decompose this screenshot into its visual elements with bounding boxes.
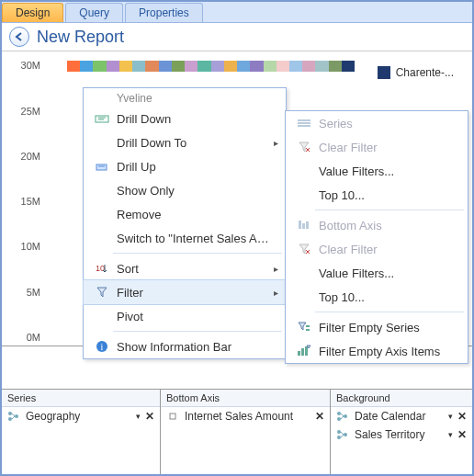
bar-strip <box>67 61 355 72</box>
tab-query[interactable]: Query <box>65 3 123 22</box>
field-dropdown-icon[interactable]: ▾ <box>132 412 143 421</box>
filter-axis-icon <box>293 346 315 357</box>
field-row[interactable]: Date Calendar ▾ ✕ <box>331 407 472 425</box>
submenu-bottom-axis-header: Bottom Axis <box>286 213 468 237</box>
y-axis: 30M 25M 20M 15M 10M 5M 0M <box>2 57 44 340</box>
legend-swatch <box>378 66 390 79</box>
menu-remove[interactable]: Remove <box>84 202 286 226</box>
menu-drill-down[interactable]: Drill Down <box>84 107 286 130</box>
page-title: New Report <box>37 28 124 47</box>
svg-text:i: i <box>101 342 104 352</box>
filter-icon <box>91 287 113 298</box>
svg-point-16 <box>8 412 12 415</box>
submenu-arrow-icon: ▸ <box>274 264 278 274</box>
field-row[interactable]: Geography ▾ ✕ <box>2 407 160 425</box>
menu-filter[interactable]: Filter ▸ <box>84 280 286 304</box>
y-tick: 30M <box>21 60 40 71</box>
panel-background: Background Date Calendar ▾ ✕ Sales Terri… <box>331 390 472 474</box>
field-remove-icon[interactable]: ✕ <box>456 410 468 423</box>
series-icon <box>293 119 315 128</box>
field-row[interactable]: Sales Territory ▾ ✕ <box>331 425 472 444</box>
field-dropdown-icon[interactable]: ▾ <box>445 412 456 421</box>
field-label: Internet Sales Amount <box>181 410 313 423</box>
menu-label: Sort <box>117 262 268 276</box>
measure-icon <box>164 412 181 421</box>
submenu-value-filters-bottom[interactable]: Value Filters... <box>286 261 468 285</box>
drill-up-icon <box>91 162 113 171</box>
menu-switch-to[interactable]: Switch to "Internet Sales Am..." <box>84 226 286 250</box>
submenu-filter-empty-axis[interactable]: Filter Empty Axis Items <box>286 339 468 363</box>
legend-label: Charente-... <box>396 66 454 79</box>
menu-separator <box>315 210 464 210</box>
submenu-value-filters-series[interactable]: Value Filters... <box>286 159 468 183</box>
clear-filter-icon <box>293 244 315 255</box>
y-tick: 0M <box>27 332 40 343</box>
menu-separator <box>113 253 282 254</box>
menu-label: Filter <box>117 286 268 300</box>
filter-submenu: Series Clear Filter Value Filters... Top… <box>285 110 468 364</box>
svg-point-18 <box>15 414 18 418</box>
menu-label: Top 10... <box>319 290 460 304</box>
y-tick: 20M <box>21 151 40 162</box>
menu-sort[interactable]: 10 Sort ▸ <box>84 256 286 280</box>
panel-bottom-axis: Bottom Axis Internet Sales Amount ✕ <box>161 390 331 474</box>
submenu-top10-bottom[interactable]: Top 10... <box>286 285 468 309</box>
field-remove-icon[interactable]: ✕ <box>143 410 156 423</box>
back-button[interactable] <box>9 27 29 47</box>
svg-rect-13 <box>298 351 300 356</box>
menu-separator <box>113 331 282 332</box>
svg-rect-1 <box>96 164 107 170</box>
menu-label: Drill Down <box>117 112 278 126</box>
svg-rect-14 <box>301 348 304 356</box>
submenu-filter-empty-series[interactable]: Filter Empty Series <box>286 315 468 339</box>
menu-header: Yveline <box>84 88 286 107</box>
menu-label: Switch to "Internet Sales Am..." <box>117 232 278 245</box>
svg-point-21 <box>337 417 341 421</box>
tab-design[interactable]: Design <box>2 3 63 22</box>
submenu-arrow-icon: ▸ <box>274 138 278 148</box>
hierarchy-icon <box>6 411 22 422</box>
sort-icon: 10 <box>91 263 113 274</box>
menu-drill-up[interactable]: Drill Up <box>84 154 286 178</box>
field-remove-icon[interactable]: ✕ <box>313 410 326 423</box>
svg-point-22 <box>344 414 347 418</box>
svg-rect-11 <box>306 325 310 327</box>
menu-label: Clear Filter <box>319 141 460 154</box>
svg-rect-5 <box>298 119 310 121</box>
menu-label: Filter Empty Axis Items <box>319 345 460 358</box>
submenu-series-header: Series <box>286 111 468 135</box>
panel-header: Bottom Axis <box>161 390 330 407</box>
hierarchy-icon <box>334 411 351 422</box>
submenu-top10-series[interactable]: Top 10... <box>286 183 468 207</box>
menu-label: Drill Up <box>117 160 278 174</box>
submenu-clear-filter-bottom[interactable]: Clear Filter <box>286 237 468 261</box>
submenu-arrow-icon: ▸ <box>274 288 278 298</box>
svg-rect-19 <box>170 414 175 419</box>
menu-label: Value Filters... <box>319 266 460 280</box>
panel-header: Series <box>2 390 160 407</box>
svg-point-23 <box>337 430 341 434</box>
menu-label: Show Information Bar <box>117 340 278 354</box>
menu-separator <box>315 312 464 312</box>
tab-bar: Design Query Properties <box>2 2 472 23</box>
menu-show-only[interactable]: Show Only <box>84 178 286 202</box>
field-remove-icon[interactable]: ✕ <box>456 428 468 441</box>
context-menu: Yveline Drill Down Drill Down To ▸ Drill… <box>83 87 287 359</box>
drill-down-icon <box>91 114 113 123</box>
panel-series: Series Geography ▾ ✕ <box>2 390 161 474</box>
menu-pivot[interactable]: Pivot <box>84 304 286 328</box>
svg-rect-6 <box>298 122 310 124</box>
svg-point-25 <box>344 433 347 436</box>
menu-label: Drill Down To <box>117 136 268 150</box>
field-dropdown-icon[interactable]: ▾ <box>445 430 456 439</box>
submenu-clear-filter-series[interactable]: Clear Filter <box>286 135 468 159</box>
svg-rect-12 <box>306 329 310 331</box>
field-row[interactable]: Internet Sales Amount ✕ <box>161 407 330 425</box>
menu-show-info-bar[interactable]: i Show Information Bar <box>84 334 286 358</box>
menu-drill-down-to[interactable]: Drill Down To ▸ <box>84 130 286 154</box>
menu-label: Series <box>319 117 460 130</box>
tab-properties[interactable]: Properties <box>125 3 203 22</box>
menu-label: Remove <box>117 208 278 221</box>
svg-rect-15 <box>305 346 308 356</box>
info-icon: i <box>91 340 113 353</box>
